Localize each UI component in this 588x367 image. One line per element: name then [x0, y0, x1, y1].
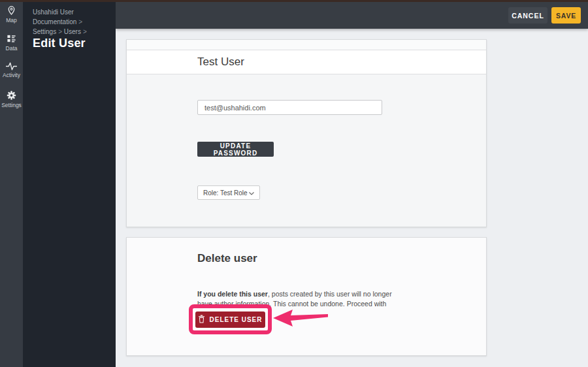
role-select[interactable]: Role: Test Role	[197, 185, 260, 200]
cancel-button[interactable]: CANCEL	[508, 7, 547, 24]
update-password-button[interactable]: UPDATE PASSWORD	[197, 142, 274, 157]
role-select-value: Role: Test Role	[203, 189, 248, 197]
settings-gear-icon	[0, 90, 23, 101]
delete-user-card: Delete user If you delete this user, pos…	[126, 237, 487, 356]
chevron-down-icon	[249, 189, 254, 197]
email-field[interactable]	[197, 100, 382, 115]
sidebar-item-settings[interactable]: Settings	[0, 90, 23, 108]
card-cap-strip	[127, 40, 486, 50]
activity-pulse-icon	[0, 62, 23, 71]
annotation-arrow-icon	[273, 308, 328, 330]
sidebar-item-label: Settings	[0, 102, 23, 108]
breadcrumb-separator: >	[78, 18, 82, 25]
breadcrumb-separator: >	[58, 28, 62, 35]
sidebar-panel: Ushahidi User Documentation> Settings> U…	[23, 0, 116, 367]
map-pin-icon	[0, 5, 23, 16]
delete-card-title: Delete user	[197, 252, 257, 265]
sidebar-item-label: Activity	[0, 72, 23, 78]
sidebar-item-label: Map	[0, 17, 23, 24]
user-card-body: UPDATE PASSWORD Role: Test Role	[127, 74, 486, 225]
breadcrumb-item-settings[interactable]: Settings	[33, 28, 56, 35]
breadcrumb: Ushahidi User Documentation> Settings> U…	[33, 7, 112, 37]
sidebar-item-activity[interactable]: Activity	[0, 62, 23, 78]
breadcrumb-item-deployment[interactable]: Ushahidi User Documentation	[33, 8, 76, 25]
page-title: Edit User	[33, 37, 86, 50]
breadcrumb-item-users[interactable]: Users	[64, 28, 81, 35]
trash-icon	[198, 315, 205, 325]
user-form-card: Test User UPDATE PASSWORD Role: Test Rol…	[126, 39, 487, 227]
top-edge-strip	[0, 0, 588, 2]
user-card-header: Test User	[127, 50, 486, 74]
data-grid-icon	[0, 33, 23, 44]
delete-user-button-label: DELETE USER	[209, 316, 262, 323]
sidebar-item-data[interactable]: Data	[0, 33, 23, 52]
sidebar-icon-rail: Map Data Activity	[0, 0, 23, 367]
delete-user-button[interactable]: DELETE USER	[195, 311, 265, 328]
save-button[interactable]: SAVE	[551, 7, 581, 24]
edit-user-page: { "colors": { "save_yellow": "#f5b527", …	[0, 0, 588, 367]
annotation-highlight-box: DELETE USER	[189, 304, 272, 334]
breadcrumb-separator: >	[83, 28, 87, 35]
user-card-title: Test User	[197, 56, 244, 69]
delete-warning-bold: If you delete this user	[197, 290, 268, 298]
sidebar-item-label: Data	[0, 45, 23, 52]
sidebar-item-map[interactable]: Map	[0, 5, 23, 24]
topbar: CANCEL SAVE	[116, 2, 588, 29]
